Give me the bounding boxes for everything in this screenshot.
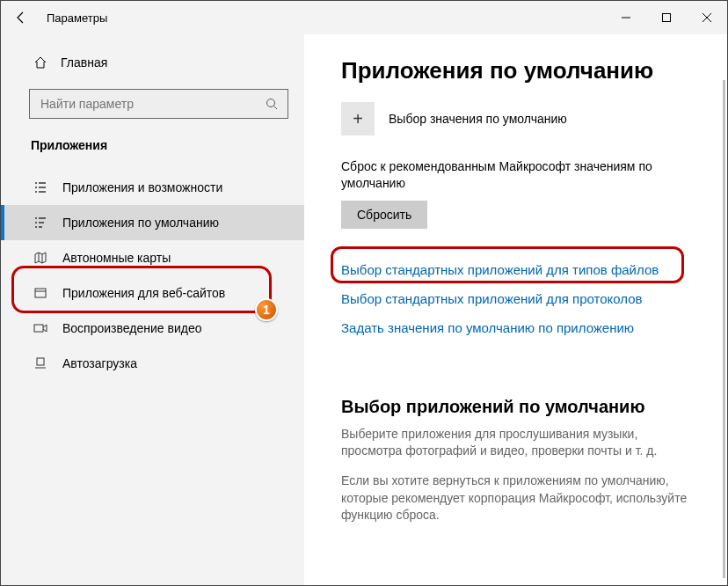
minimize-button[interactable] [606, 1, 646, 34]
subtext-2: Если вы хотите вернуться к приложениям п… [341, 472, 693, 524]
svg-line-3 [274, 106, 278, 110]
main-panel: Приложения по умолчанию + Выбор значения… [304, 34, 727, 585]
sidebar-item-label: Автономные карты [62, 251, 171, 265]
sidebar-item-label: Воспроизведение видео [62, 321, 201, 335]
plus-icon: + [353, 109, 363, 129]
link-default-apps-by-protocol[interactable]: Выбор стандартных приложений для протоко… [341, 284, 727, 313]
sidebar-home[interactable]: Главная [1, 50, 304, 75]
back-button[interactable] [1, 11, 41, 25]
close-button[interactable] [687, 1, 727, 34]
choose-default-label: Выбор значения по умолчанию [389, 112, 567, 126]
search-input[interactable] [39, 96, 265, 112]
website-icon [33, 286, 48, 300]
svg-rect-4 [35, 289, 46, 297]
reset-button[interactable]: Сбросить [341, 201, 427, 229]
subtext-1: Выберите приложения для прослушивания му… [341, 426, 693, 460]
sidebar-item-apps-features[interactable]: Приложения и возможности [1, 170, 304, 205]
choose-default-button[interactable]: + [341, 102, 375, 136]
title-bar: Параметры [1, 1, 727, 34]
sidebar: Главная Приложения Приложения и возможно… [1, 34, 304, 585]
svg-rect-6 [34, 325, 43, 332]
sidebar-item-label: Автозагрузка [62, 356, 137, 370]
sidebar-item-default-apps[interactable]: Приложения по умолчанию [1, 205, 304, 240]
maximize-button[interactable] [646, 1, 687, 34]
sidebar-item-startup[interactable]: Автозагрузка [1, 346, 304, 381]
search-input-wrap[interactable] [29, 89, 288, 119]
scrollbar[interactable] [723, 80, 725, 578]
svg-rect-7 [37, 358, 44, 365]
link-default-apps-by-app[interactable]: Задать значения по умолчанию по приложен… [341, 313, 727, 342]
home-icon [33, 55, 48, 70]
sidebar-item-video-playback[interactable]: Воспроизведение видео [1, 311, 304, 346]
video-icon [33, 321, 48, 335]
sidebar-item-apps-websites[interactable]: Приложения для веб-сайтов [1, 275, 304, 311]
reset-description: Сброс к рекомендованным Майкрософт значе… [341, 158, 675, 192]
search-icon [265, 97, 279, 111]
sidebar-section-header: Приложения [1, 119, 304, 157]
sidebar-item-offline-maps[interactable]: Автономные карты [1, 240, 304, 275]
sidebar-item-label: Приложения по умолчанию [62, 216, 219, 230]
page-heading: Приложения по умолчанию [341, 57, 727, 84]
sidebar-item-label: Приложения для веб-сайтов [62, 286, 225, 300]
sidebar-item-label: Приложения и возможности [62, 180, 222, 194]
sidebar-home-label: Главная [61, 55, 107, 70]
list-icon [33, 180, 48, 194]
startup-icon [33, 356, 48, 370]
subheading: Выбор приложений по умолчанию [341, 397, 727, 417]
svg-point-2 [267, 99, 275, 107]
window-title: Параметры [41, 11, 107, 25]
map-icon [33, 251, 48, 265]
defaults-icon [33, 216, 48, 230]
link-default-apps-by-filetype[interactable]: Выбор стандартных приложений для типов ф… [341, 255, 727, 284]
svg-rect-1 [663, 14, 671, 22]
